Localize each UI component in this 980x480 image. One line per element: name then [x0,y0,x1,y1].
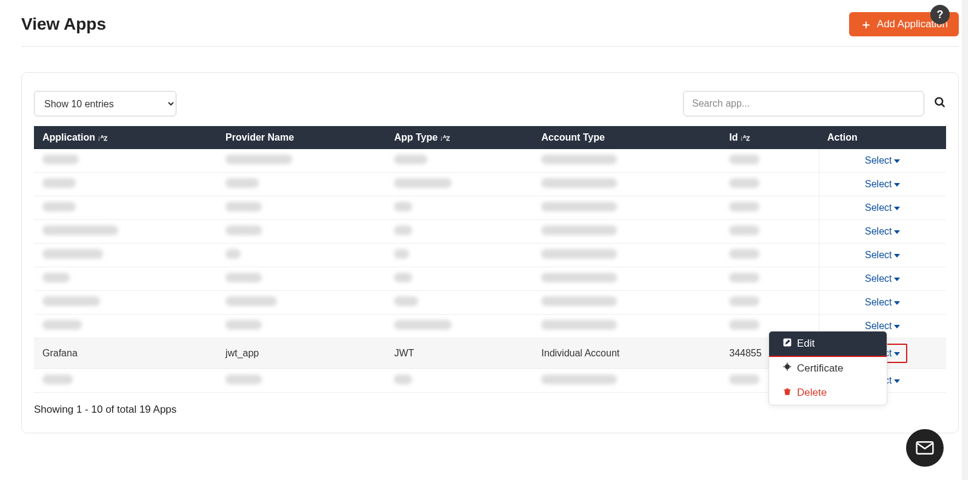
menu-delete[interactable]: Delete [769,381,887,405]
sort-icon: ↓ᴬᴢ [739,134,750,142]
action-dropdown: Edit Certificate Delete [768,331,887,405]
select-action[interactable]: Select [865,202,900,213]
menu-delete-label: Delete [797,387,827,399]
caret-down-icon [894,301,900,305]
plus-icon: ＋ [860,18,872,30]
caret-down-icon [894,352,900,356]
caret-down-icon [894,183,900,187]
col-app-type[interactable]: App Type↓ᴬᴢ [385,126,533,149]
table-row: Select [34,149,946,173]
col-action: Action [819,126,946,149]
search-input[interactable] [683,91,924,116]
select-action[interactable]: Select [865,250,900,261]
table-row: Select [34,173,946,196]
menu-edit[interactable]: Edit [769,332,887,356]
select-action[interactable]: Select [865,155,900,166]
table-row: Select [34,267,946,291]
select-action[interactable]: Select [865,226,900,237]
menu-edit-label: Edit [797,338,815,350]
caret-down-icon [894,278,900,281]
cell-account_type: Individual Account [533,338,721,369]
col-id[interactable]: Id↓ᴬᴢ [721,126,819,149]
svg-point-3 [785,364,790,369]
caret-down-icon [894,325,900,328]
caret-down-icon [894,230,900,234]
sort-icon: ↓ᴬᴢ [439,134,450,142]
col-provider[interactable]: Provider Name [217,126,385,149]
menu-certificate[interactable]: Certificate [769,356,887,381]
certificate-icon [782,362,792,375]
menu-certificate-label: Certificate [797,362,844,375]
help-button[interactable]: ? [930,5,950,24]
caret-down-icon [894,159,900,163]
select-action[interactable]: Select [865,321,900,332]
caret-down-icon [894,379,900,383]
table-row: Select [34,244,946,267]
table-row: Select [34,220,946,244]
search-icon[interactable] [934,96,946,112]
cell-application: Grafana [34,338,217,369]
caret-down-icon [894,254,900,258]
col-application[interactable]: Application↓ᴬᴢ [34,126,217,149]
mail-fab[interactable] [906,429,944,467]
page-header: View Apps ＋ Add Application [21,12,959,47]
table-row: Select [34,196,946,220]
scrollbar-track[interactable] [962,0,968,480]
cell-provider: jwt_app [217,338,385,369]
col-account-type[interactable]: Account Type [533,126,721,149]
select-action[interactable]: Select [865,273,900,284]
pencil-icon [782,338,792,350]
entries-select[interactable]: Show 10 entries [34,91,176,116]
page-title: View Apps [21,15,106,34]
trash-icon [782,387,792,399]
select-action[interactable]: Select [865,179,900,190]
select-action[interactable]: Select [865,297,900,308]
sort-icon: ↓ᴬᴢ [97,134,107,142]
svg-line-1 [942,104,944,106]
table-row: Select [34,291,946,315]
cell-app_type: JWT [385,338,533,369]
caret-down-icon [894,207,900,210]
